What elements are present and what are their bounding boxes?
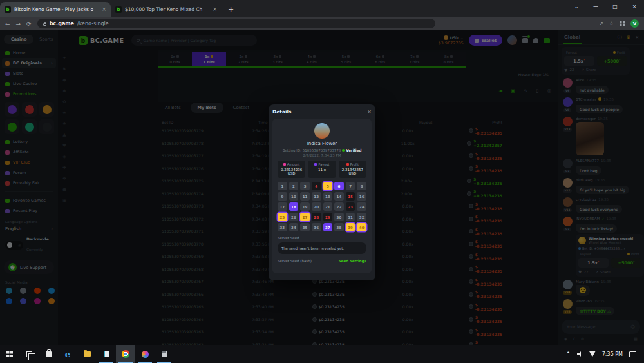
keno-cell: 21 [323,202,333,211]
taskbar-chrome-icon[interactable] [116,345,135,363]
action-center-icon[interactable] [629,351,636,357]
calculator-glyph [162,351,167,357]
maximize-button[interactable]: □ [605,0,625,14]
keno-cell: 13 [323,192,333,201]
new-tab-button[interactable]: + [228,5,234,14]
modal-close-icon[interactable]: × [367,109,372,115]
share-icon[interactable]: ↗ [599,21,603,26]
player-avatar [314,123,330,139]
bet-details-modal: Details × Indica Flower Betting ID: 5105… [269,104,375,280]
tab-close-icon[interactable]: × [213,6,217,12]
keno-cell: 3 [300,182,310,190]
taskbar-file-explorer-icon[interactable] [77,345,97,363]
keno-cell: 22 [334,202,344,211]
system-tray: ^ 7:35 PM [566,351,644,357]
keno-cell-selected: 37 [323,223,333,231]
keno-cell: 31 [346,213,355,221]
stat-profit: Profit2.31342357 USD [339,161,366,178]
search-tabs-icon[interactable]: ⌄ [567,0,586,14]
file-explorer-glyph [84,351,91,357]
windows-taskbar: e ^ 7:35 PM [0,345,644,363]
keno-cell-selected: 18 [289,202,299,211]
stat-value: 2.31342357 USD [339,168,366,175]
extensions-icon[interactable] [620,21,625,26]
browser-tab[interactable]: b$10,000 Top Tier Keno Mixed Ch× [111,2,222,17]
taskbar-start-icon[interactable] [0,345,19,363]
keno-cell: 17 [278,202,287,211]
keno-cell-drawn: 4 [312,182,321,190]
keno-cell: 33 [278,223,287,231]
store-glyph [46,351,52,357]
browser-tab[interactable]: bBitcoin Keno Game - Play Jacks o× [0,2,111,17]
keno-cell: 38 [334,223,344,231]
keno-cell: 7 [346,182,355,190]
keno-cell: 1 [278,182,287,190]
bet-stats: Amount0.23134236 USD Payout11 x Profit2.… [278,161,366,178]
forward-icon[interactable]: → [16,21,21,27]
betting-id: Betting ID: 51055307039703778 [283,148,341,152]
start-glyph [6,351,13,357]
keno-cell: 12 [312,192,321,201]
verified-shield-icon [342,149,345,152]
keno-cell: 8 [357,182,366,190]
keno-cell: 35 [300,223,310,231]
player-name: Indica Flower [278,141,366,146]
browser-profile-avatar[interactable]: V [630,19,639,28]
seed-settings-link[interactable]: Seed Settings [339,259,366,263]
keno-cell: 16 [357,192,366,201]
stat-label: Amount [278,162,305,166]
url-path: /keno-single [77,21,109,26]
keno-cell: 9 [278,192,287,201]
toolbar-actions: ↗ ☆ V [599,19,639,28]
keno-cell-hit: 5 [323,182,333,190]
taskbar-photos-icon[interactable] [135,345,155,363]
task-view-glyph [26,351,32,357]
edge-glyph: e [65,349,70,359]
keno-cell: 20 [312,202,321,211]
keno-cell: 2 [289,182,299,190]
keno-cell-drawn: 15 [346,192,355,201]
tab-title: $10,000 Top Tier Keno Mixed Ch [125,6,209,12]
wifi-icon[interactable] [589,351,596,357]
close-button[interactable]: × [625,0,644,14]
chrome-glyph [122,350,129,358]
taskbar-edge-icon[interactable]: e [58,345,77,363]
address-bar[interactable]: bc.game/keno-single [37,19,435,28]
browser-tabstrip: bBitcoin Keno Game - Play Jacks o×b$10,0… [0,0,644,17]
keno-cell: 26 [289,213,299,221]
tab-list: bBitcoin Keno Game - Play Jacks o×b$10,0… [0,2,222,17]
taskbar-store-icon[interactable] [39,345,58,363]
keno-cell-hit: 25 [278,213,287,221]
keno-cell: 10 [289,192,299,201]
keno-cell: 32 [357,213,366,221]
taskbar-task-view-icon[interactable] [19,345,39,363]
keno-cell: 24 [357,202,366,211]
tray-expand-icon[interactable]: ^ [566,351,571,357]
bet-date: 2/7/2022, 7:34:23 PM [278,153,366,157]
minimize-button[interactable]: — [586,0,605,14]
tab-close-icon[interactable]: × [102,6,106,12]
stat-payout: Payout11 x [308,161,336,178]
bookmark-star-icon[interactable]: ☆ [609,21,614,26]
keno-cell-hit: 27 [300,213,310,221]
keno-cell-drawn: 28 [312,213,321,221]
browser-toolbar: ← → ⟳ bc.game/keno-single ↗ ☆ V [0,17,644,30]
back-icon[interactable]: ← [5,21,10,27]
notepad-glyph [104,351,109,357]
window-controls: ⌄ — □ × [567,0,644,14]
taskbar-notepad-icon[interactable] [97,345,116,363]
betting-id-row: Betting ID: 51055307039703778 Verified [278,148,366,152]
refresh-icon[interactable]: ⟳ [26,21,32,27]
stat-value: 11 x [308,168,336,172]
keno-cell-hit: 40 [357,223,366,231]
lock-icon [43,23,46,26]
tab-title: Bitcoin Keno Game - Play Jacks o [14,6,99,12]
keno-cell: 11 [300,192,310,201]
keno-cell: 19 [300,202,310,211]
taskbar-calculator-icon[interactable] [155,345,174,363]
bcgame-favicon-icon: b [5,6,11,13]
volume-icon[interactable] [577,351,583,357]
bcgame-favicon-icon: b [115,6,122,13]
keno-cell-drawn: 23 [346,202,355,211]
server-seed-value: The seed hasn't been revealed yet. [278,242,366,254]
